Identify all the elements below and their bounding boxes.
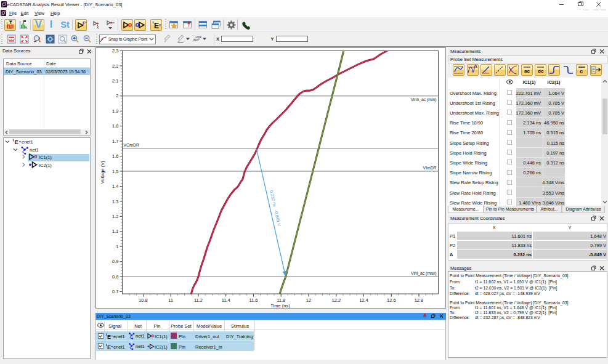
- svg-text:0.9: 0.9: [112, 259, 118, 264]
- svg-text:12.2: 12.2: [331, 297, 341, 302]
- svg-text:11: 11: [168, 297, 173, 302]
- svg-text:IC2(1): IC2(1): [39, 163, 52, 168]
- svg-text:IC1(1): IC1(1): [155, 334, 168, 339]
- svg-text:net1: net1: [136, 344, 145, 349]
- svg-text:11.8: 11.8: [277, 297, 285, 302]
- svg-text:IC2(1): IC2(1): [155, 344, 168, 349]
- svg-text:12: 12: [306, 297, 310, 302]
- svg-text:11.6: 11.6: [249, 297, 257, 302]
- svg-text:E: E: [107, 334, 111, 340]
- svg-text:1.9: 1.9: [112, 108, 118, 113]
- svg-text:1.4: 1.4: [112, 184, 118, 189]
- svg-text:E: E: [107, 344, 111, 350]
- svg-text:0.7: 0.7: [112, 289, 118, 294]
- svg-text:VImDR: VImDR: [423, 166, 436, 170]
- svg-text:Voltage (V): Voltage (V): [100, 160, 105, 184]
- svg-text:enet1: enet1: [113, 344, 125, 350]
- svg-text:P: P: [83, 20, 86, 25]
- svg-text:E: E: [154, 21, 159, 30]
- svg-text:12.4: 12.4: [359, 297, 368, 302]
- svg-text:enet1: enet1: [22, 139, 33, 145]
- svg-text:1.3: 1.3: [112, 198, 118, 204]
- svg-text:1: 1: [116, 243, 118, 249]
- svg-text:11.4: 11.4: [221, 297, 230, 302]
- svg-text:12.8: 12.8: [414, 297, 423, 302]
- svg-text:2.1: 2.1: [112, 78, 118, 84]
- svg-text:1.8: 1.8: [112, 123, 118, 129]
- svg-text:1.2: 1.2: [112, 213, 118, 219]
- svg-text:1.1: 1.1: [112, 229, 118, 234]
- svg-text:2.3: 2.3: [112, 48, 118, 54]
- svg-text:Time (ns): Time (ns): [270, 302, 290, 308]
- svg-text:1.7: 1.7: [112, 138, 118, 144]
- svg-text:c: c: [580, 68, 583, 75]
- svg-text:10.8: 10.8: [139, 297, 148, 302]
- svg-text:net1: net1: [30, 147, 39, 153]
- svg-text:1.6: 1.6: [112, 153, 118, 159]
- svg-text:IC1(1): IC1(1): [39, 155, 52, 160]
- svg-text:Vinl_ac (max): Vinl_ac (max): [411, 271, 436, 276]
- svg-text:ac: ac: [524, 68, 530, 74]
- svg-text:VOmDR: VOmDR: [123, 142, 139, 147]
- svg-text:1.5: 1.5: [112, 168, 118, 174]
- svg-text:Vinh_ac (min): Vinh_ac (min): [410, 97, 436, 102]
- svg-text:dc: dc: [538, 68, 544, 74]
- svg-text:12.6: 12.6: [386, 297, 395, 302]
- svg-text:0.8: 0.8: [112, 273, 118, 279]
- svg-text:net1: net1: [136, 333, 145, 339]
- svg-text:11.2: 11.2: [193, 297, 202, 302]
- svg-text:enet1: enet1: [113, 334, 125, 339]
- svg-text:2: 2: [116, 93, 118, 99]
- svg-text:2.2: 2.2: [112, 63, 118, 68]
- svg-text:E: E: [15, 139, 18, 145]
